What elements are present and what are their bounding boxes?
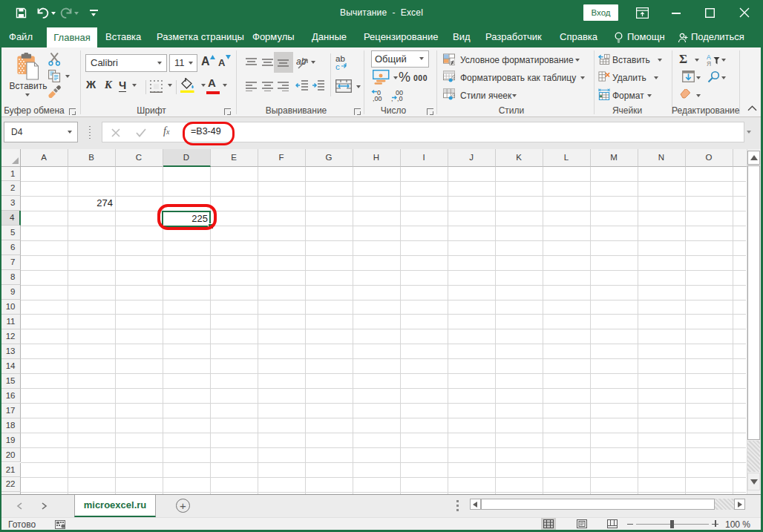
svg-text:Я: Я — [707, 60, 711, 67]
svg-text:c: c — [335, 62, 340, 70]
svg-text:,00: ,00 — [373, 95, 382, 102]
svg-text:,0: ,0 — [397, 95, 403, 102]
svg-text:,: , — [391, 95, 393, 102]
